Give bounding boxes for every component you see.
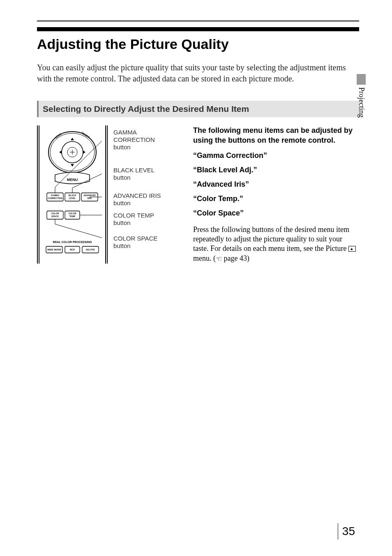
svg-marker-7 xyxy=(71,164,74,167)
callout-color-temp: COLOR TEMP button xyxy=(113,212,154,227)
section-heading-label: Selecting to Directly Adjust the Desired… xyxy=(43,101,251,117)
svg-marker-9 xyxy=(83,151,85,154)
item-color-temp: “Color Temp.” xyxy=(193,195,359,203)
svg-text:ADJ PIC: ADJ PIC xyxy=(86,248,96,251)
content-row: MENU LENS RESET GAMMA CORRECTION BLACK L… xyxy=(37,125,359,264)
picture-menu-icon xyxy=(348,246,356,252)
callout-advanced-iris: ADVANCED IRIS button xyxy=(113,192,161,207)
svg-text:TEMP: TEMP xyxy=(69,215,76,218)
item-gamma-correction: “Gamma Correction” xyxy=(193,151,359,160)
svg-text:LEVEL: LEVEL xyxy=(69,197,76,199)
top-rule xyxy=(37,21,359,21)
item-advanced-iris: “Advanced Iris” xyxy=(193,180,359,189)
callout-gamma-correction: GAMMA CORRECTION button xyxy=(113,129,155,151)
section-heading: Selecting to Directly Adjust the Desired… xyxy=(37,101,359,117)
svg-text:ADVANCED: ADVANCED xyxy=(83,194,96,197)
svg-text:COLOR: COLOR xyxy=(68,212,76,215)
side-tab-label: Projecting xyxy=(357,87,366,118)
intro-text: You can easily adjust the picture qualit… xyxy=(37,62,359,84)
side-tab-block xyxy=(357,74,366,85)
svg-text:CORRECTION: CORRECTION xyxy=(48,197,62,199)
page-title: Adjusting the Picture Quality xyxy=(37,36,359,52)
page-number: 35 xyxy=(338,523,355,540)
svg-text:SPACE: SPACE xyxy=(51,215,59,218)
menu-label: MENU xyxy=(67,178,78,182)
item-color-space: “Color Space” xyxy=(193,209,359,218)
section-accent xyxy=(37,101,39,117)
side-tab: Projecting xyxy=(355,74,367,118)
svg-marker-8 xyxy=(59,151,62,154)
svg-line-41 xyxy=(55,224,102,240)
callout-color-space: COLOR SPACE button xyxy=(113,235,157,250)
svg-text:BLACK: BLACK xyxy=(69,194,76,197)
svg-text:REAL COLOR PROCESSING: REAL COLOR PROCESSING xyxy=(53,241,92,243)
page-ref-icon: ☞ xyxy=(216,255,222,264)
callout-black-level: BLACK LEVEL button xyxy=(113,167,154,181)
svg-text:IRIS: IRIS xyxy=(88,197,92,199)
remote-diagram: MENU LENS RESET GAMMA CORRECTION BLACK L… xyxy=(37,125,181,264)
svg-text:RCP: RCP xyxy=(70,248,75,251)
right-vertical-bars xyxy=(104,125,108,264)
callouts: GAMMA CORRECTION button BLACK LEVEL butt… xyxy=(113,125,181,264)
right-lead: The following menu items can be adjusted… xyxy=(193,125,359,146)
title-rule xyxy=(37,27,359,31)
right-column: The following menu items can be adjusted… xyxy=(193,125,359,264)
left-vertical-bars xyxy=(37,125,40,264)
svg-text:WIDE MODE: WIDE MODE xyxy=(47,248,61,251)
page-number-separator xyxy=(338,523,338,540)
right-detail: Press the following buttons of the desir… xyxy=(193,225,359,264)
item-black-level: “Black Level Adj.” xyxy=(193,166,359,174)
page-number-value: 35 xyxy=(342,525,355,538)
svg-marker-6 xyxy=(71,138,74,140)
svg-text:GAMMA: GAMMA xyxy=(51,194,60,197)
svg-text:COLOR: COLOR xyxy=(51,212,59,215)
remote-illustration: MENU LENS RESET GAMMA CORRECTION BLACK L… xyxy=(43,125,102,264)
